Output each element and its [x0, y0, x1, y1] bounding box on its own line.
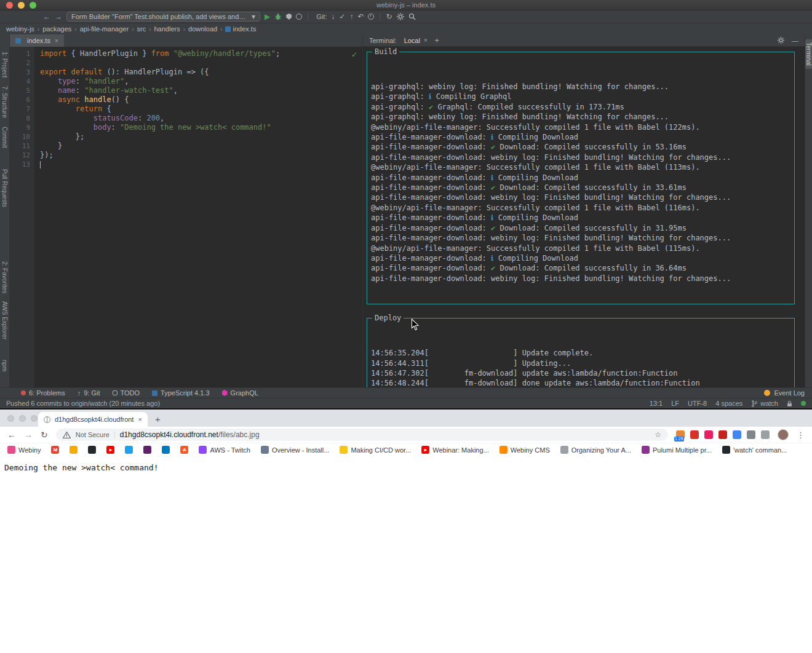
extension-icon[interactable] [747, 430, 755, 439]
breadcrumb-item[interactable]: index.ts [225, 25, 256, 33]
bookmark-item[interactable] [143, 446, 151, 454]
zoom-window-button[interactable] [31, 415, 38, 422]
extension-icon[interactable]: 1:25 [676, 430, 685, 439]
extension-icon[interactable] [704, 430, 713, 439]
bookmark-item[interactable]: Making CI/CD wor... [340, 446, 411, 454]
bookmark-item[interactable]: ▸ [106, 446, 114, 454]
caret-position[interactable]: 13:1 [650, 400, 663, 407]
bookmark-item[interactable]: A [180, 446, 188, 454]
breadcrumb-item[interactable]: api-file-manager [80, 25, 129, 33]
search-icon[interactable] [408, 13, 416, 20]
git-update-icon[interactable]: ↓ [331, 13, 335, 20]
statusbar-item-9-git[interactable]: ↑9: Git [78, 389, 100, 397]
sidebar-item-npm[interactable]: npm [1, 360, 8, 371]
new-tab-button[interactable]: + [155, 414, 161, 424]
not-secure-warning-icon[interactable] [63, 432, 71, 438]
terminal-settings-gear-icon[interactable] [778, 37, 784, 44]
sidebar-item-7-structure[interactable]: 7: Structure [1, 86, 8, 118]
new-terminal-tab-icon[interactable]: + [435, 37, 439, 44]
bookmark-item[interactable]: Overview - Install... [261, 446, 330, 454]
close-icon[interactable]: × [138, 416, 142, 423]
close-window-button[interactable] [6, 2, 13, 9]
code-area[interactable]: import { HandlerPlugin } from "@webiny/h… [34, 47, 362, 387]
extension-icon[interactable] [718, 430, 727, 439]
forward-icon[interactable]: → [55, 13, 62, 20]
statusbar-item-graphql[interactable]: GraphQL [222, 389, 258, 397]
run-button[interactable]: ▶ [265, 13, 270, 20]
bookmark-item[interactable] [70, 446, 78, 454]
indent-size[interactable]: 4 spaces [715, 400, 742, 407]
browser-menu-icon[interactable]: ⋮ [797, 430, 805, 440]
debug-button[interactable] [274, 13, 282, 20]
sync-icon[interactable]: ↻ [386, 13, 392, 20]
bookmark-star-icon[interactable]: ☆ [655, 430, 661, 439]
code-line[interactable] [40, 160, 362, 169]
statusbar-item-typescript-4-1-3[interactable]: TypeScript 4.1.3 [152, 389, 210, 397]
code-line[interactable] [40, 58, 362, 68]
code-line[interactable]: async handle() { [40, 95, 362, 105]
git-branch-widget[interactable]: watch [751, 400, 778, 407]
coverage-button[interactable] [286, 14, 292, 20]
bookmark-item[interactable] [88, 446, 96, 454]
git-push-icon[interactable]: ↑ [349, 13, 353, 20]
breadcrumb-item[interactable]: download [188, 25, 217, 33]
zoom-window-button[interactable] [30, 2, 36, 9]
inspections-ok-icon[interactable]: ✓ [351, 50, 357, 59]
code-editor[interactable]: 12345678910111213 import { HandlerPlugin… [10, 47, 362, 387]
git-rollback-icon[interactable]: ↶ [357, 13, 364, 20]
bookmark-item[interactable]: Webiny CMS [500, 446, 550, 454]
address-bar[interactable]: Not Secure d1hgd8csopkt4i.cloudfront.net… [56, 429, 668, 441]
git-history-icon[interactable] [368, 14, 374, 20]
close-window-button[interactable] [7, 415, 14, 422]
code-line[interactable]: import { HandlerPlugin } from "@webiny/h… [40, 49, 362, 58]
breadcrumb-item[interactable]: webiny-js [6, 25, 34, 33]
profiler-button[interactable] [296, 14, 302, 20]
line-ending[interactable]: LF [671, 400, 679, 407]
url-text[interactable]: d1hgd8csopkt4i.cloudfront.net/files/abc.… [120, 430, 260, 439]
code-line[interactable]: type: "handler", [40, 77, 362, 86]
profile-avatar[interactable] [778, 429, 789, 440]
statusbar-item-6-problems[interactable]: 6: Problems [21, 389, 65, 397]
browser-reload-icon[interactable]: ↻ [41, 430, 48, 439]
close-icon[interactable]: × [55, 38, 58, 44]
bookmark-item[interactable] [162, 446, 170, 454]
code-line[interactable]: }); [40, 151, 362, 160]
browser-tab[interactable]: d1hgd8csopkt4i.cloudfront.ne × [38, 412, 148, 427]
sidebar-item-aws-explorer[interactable]: AWS Explorer [1, 301, 8, 339]
sidebar-item-commit[interactable]: Commit [1, 127, 8, 148]
bookmark-item[interactable]: ▸Webinar: Making... [421, 446, 489, 454]
bookmark-item[interactable]: Webiny [7, 446, 41, 454]
encoding[interactable]: UTF-8 [688, 400, 707, 407]
bookmark-item[interactable]: Organizing Your A... [560, 446, 631, 454]
lock-icon[interactable] [787, 400, 792, 407]
run-config-select[interactable]: Form Builder "Form" Test.should publish,… [66, 12, 260, 22]
extension-icon[interactable] [690, 430, 699, 439]
statusbar-item-todo[interactable]: TODO [113, 389, 140, 397]
code-line[interactable]: }; [40, 132, 362, 141]
code-line[interactable]: statusCode: 200, [40, 114, 362, 123]
sidebar-item-pull-requests[interactable]: Pull Requests [1, 169, 8, 207]
minimize-window-button[interactable] [18, 2, 25, 9]
git-commit-icon[interactable]: ✓ [339, 13, 345, 20]
terminal-body[interactable]: Build api-graphql: webiny log: Finished … [363, 47, 805, 387]
close-icon[interactable]: × [424, 37, 428, 44]
tab-index-ts[interactable]: index.ts × [10, 34, 64, 47]
extension-icon[interactable] [733, 430, 741, 439]
code-line[interactable]: body: "Demoing the new >watch< command!" [40, 123, 362, 132]
bookmark-item[interactable]: Pulumi Multiple pr... [642, 446, 712, 454]
bookmark-item[interactable]: 'watch' comman... [722, 446, 787, 454]
event-log-button[interactable]: Event Log [764, 389, 805, 397]
terminal-tab-local[interactable]: Local × [404, 37, 428, 44]
breadcrumb-item[interactable]: handlers [154, 25, 180, 33]
breadcrumb-item[interactable]: packages [42, 25, 71, 33]
extension-icon[interactable] [761, 430, 770, 439]
back-icon[interactable]: ← [43, 13, 50, 20]
sidebar-item-1-project[interactable]: 1: Project [1, 52, 8, 77]
browser-back-icon[interactable]: ← [7, 430, 16, 439]
code-line[interactable]: } [40, 141, 362, 151]
browser-forward-icon[interactable]: → [24, 430, 33, 439]
code-line[interactable]: name: "handler-watch-test", [40, 86, 362, 95]
code-line[interactable]: return { [40, 105, 362, 114]
sidebar-item-terminal[interactable]: Terminal [805, 39, 812, 69]
bookmark-item[interactable] [125, 446, 133, 454]
